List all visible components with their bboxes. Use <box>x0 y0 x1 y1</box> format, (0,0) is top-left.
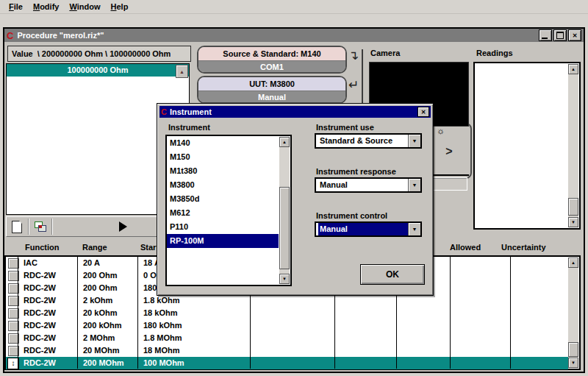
scroll-up-arrow-icon[interactable]: ▲ <box>176 65 188 78</box>
maximize-icon <box>556 32 564 39</box>
instrument-list-item[interactable]: M140 <box>167 136 279 150</box>
instrument-control-combo[interactable]: Manual ▼ <box>315 221 422 237</box>
table-row[interactable]: RDC-2W2 kOhm1.8 kOhm <box>6 294 568 307</box>
uut-button[interactable]: UUT: M3800 Manual <box>197 76 347 104</box>
col-header-function: Function <box>25 243 59 252</box>
value-label: Value <box>12 49 33 58</box>
instrument-list-item[interactable]: M1t380 <box>167 164 279 178</box>
instrument-list-label: Instrument <box>168 123 210 132</box>
dialog-title-bar[interactable]: C Instrument ✕ <box>159 106 431 118</box>
menu-bar: File Modify Window Help <box>0 0 588 14</box>
instrument-dialog: C Instrument ✕ Instrument M140M150M1t380… <box>157 103 434 296</box>
instrument-list-item[interactable]: M3850d <box>167 192 279 206</box>
scroll-down-arrow-icon[interactable]: ▼ <box>568 358 578 368</box>
cell-function: IAC <box>24 257 37 269</box>
cell-range: 200 Ohm <box>83 269 117 282</box>
camera-next-button[interactable]: > <box>440 141 459 163</box>
readings-list[interactable]: ▲ ▼ <box>473 62 581 230</box>
combo-dropdown-button[interactable]: ▼ <box>408 179 420 191</box>
scroll-up-arrow-icon[interactable]: ▲ <box>568 258 578 268</box>
instrument-list-item[interactable]: P110 <box>167 220 279 234</box>
camera-value-field[interactable] <box>432 177 467 191</box>
cell-range: 200 kOhm <box>83 319 122 332</box>
source-port-label: COM1 <box>198 61 345 73</box>
window-title-bar[interactable]: C Procedure "merol.riz*" ✕ <box>4 29 584 42</box>
cell-function: RDC-2W <box>24 332 56 344</box>
cell-function: RDC-2W <box>24 357 56 369</box>
scrollbar-thumb[interactable] <box>279 187 290 269</box>
maximize-button[interactable] <box>553 29 567 41</box>
instrument-list-item[interactable]: M612 <box>167 206 279 220</box>
scroll-down-arrow-icon[interactable]: ▼ <box>568 217 578 227</box>
readings-scrollbar[interactable]: ▲ ▼ <box>568 64 578 227</box>
combo-dropdown-button[interactable]: ▼ <box>408 223 420 235</box>
instrument-use-combo[interactable]: Standard & Source ▼ <box>315 133 422 149</box>
table-row[interactable]: RDC-2W20 MOhm18 MOhm <box>6 344 568 357</box>
dialog-title: Instrument <box>170 107 212 116</box>
cell-range: 20 kOhm <box>83 307 117 319</box>
cell-start: 100 MOhm <box>143 357 184 369</box>
menu-file[interactable]: File <box>4 1 29 13</box>
cell-start: 180 kOhm <box>143 319 182 332</box>
table-row[interactable]: RDC-2W2 MOhm1.8 MOhm <box>6 332 568 344</box>
cell-range: 200 Ohm <box>83 282 117 294</box>
instrument-list-item[interactable]: M150 <box>167 150 279 164</box>
scroll-up-arrow-icon[interactable]: ▲ <box>568 64 578 74</box>
cell-range: 2 kOhm <box>83 294 112 307</box>
brightness-icon: ☼ <box>437 126 445 136</box>
scrollbar-thumb[interactable] <box>568 342 578 357</box>
value-list-selected-item[interactable]: 100000000 Ohm <box>7 64 189 77</box>
instrument-list-item[interactable]: RP-100M <box>167 234 279 248</box>
cell-function: RDC-2W <box>24 319 56 332</box>
play-icon <box>119 221 127 232</box>
cell-range: 200 MOhm <box>83 357 124 369</box>
instrument-response-value: Manual <box>318 179 408 191</box>
col-header-uncertainty: Uncertainty <box>501 243 546 252</box>
chevron-down-icon: ▼ <box>412 138 417 143</box>
scroll-down-arrow-icon[interactable]: ▼ <box>279 274 290 284</box>
cell-start: 18 kOhm <box>143 307 177 319</box>
ok-button[interactable]: OK <box>360 264 425 285</box>
export-button[interactable] <box>30 219 51 235</box>
cell-function: RDC-2W <box>24 282 56 294</box>
close-button[interactable]: ✕ <box>568 29 581 41</box>
instrument-response-label: Instrument response <box>316 167 396 176</box>
cell-start: 1.8 MOhm <box>143 332 182 344</box>
scroll-up-arrow-icon[interactable]: ▲ <box>279 137 290 147</box>
table-row[interactable]: RDC-2W200 kOhm180 kOhm <box>6 319 568 332</box>
instrument-list[interactable]: M140M150M1t380M3800M3850dM612P110RP-100M… <box>165 135 292 286</box>
col-header-range: Range <box>82 243 107 252</box>
table-row[interactable]: ↕RDC-2W200 MOhm100 MOhm <box>6 357 568 369</box>
uut-mode-label: Manual <box>198 91 345 103</box>
cell-range: 20 A <box>83 257 100 269</box>
new-step-button[interactable] <box>7 219 27 235</box>
column-divider <box>510 257 511 369</box>
instrument-response-combo[interactable]: Manual ▼ <box>315 177 422 193</box>
close-icon: ✕ <box>573 32 578 39</box>
cell-range: 2 MOhm <box>83 332 115 344</box>
table-row[interactable]: RDC-2W20 kOhm18 kOhm <box>6 307 568 319</box>
export-icon <box>35 221 46 232</box>
toolbar-separator <box>51 219 53 235</box>
menu-modify[interactable]: Modify <box>29 1 65 13</box>
new-document-icon <box>12 221 22 233</box>
cell-function: RDC-2W <box>24 294 56 307</box>
value-header: Value \ 200000000 Ohm \ 100000000 Ohm <box>7 46 191 62</box>
combo-dropdown-button[interactable]: ▼ <box>408 135 420 147</box>
instrument-scrollbar[interactable]: ▲ ▼ <box>279 137 290 284</box>
scrollbar-thumb[interactable] <box>568 198 578 216</box>
instrument-use-value: Standard & Source <box>318 135 408 147</box>
table-scrollbar[interactable]: ▲ ▼ <box>568 258 578 368</box>
minimize-button[interactable] <box>539 29 552 41</box>
dialog-close-button[interactable]: ✕ <box>417 107 429 117</box>
instrument-list-item[interactable]: M3800 <box>167 178 279 192</box>
cell-function: RDC-2W <box>24 269 56 282</box>
instrument-control-value: Manual <box>318 223 408 235</box>
column-divider <box>77 257 78 369</box>
source-standard-button[interactable]: Source & Standard: M140 COM1 <box>197 46 347 74</box>
col-header-allowed: Allowed <box>450 243 481 252</box>
menu-window[interactable]: Window <box>65 1 106 13</box>
cell-range: 20 MOhm <box>83 344 120 357</box>
menu-help[interactable]: Help <box>107 1 135 13</box>
window-title: Procedure "merol.riz*" <box>17 31 104 40</box>
